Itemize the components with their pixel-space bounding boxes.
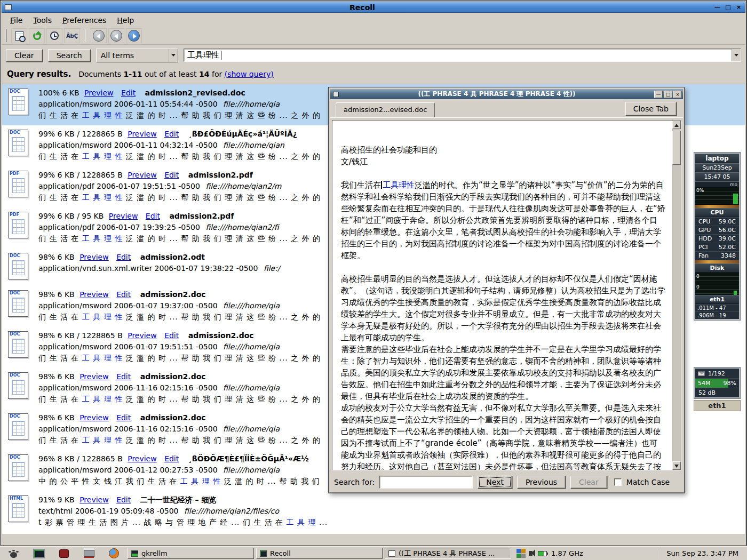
close-icon[interactable]: ×: [673, 91, 682, 98]
preview-link[interactable]: Preview: [80, 290, 109, 299]
menu-item[interactable]: Help: [113, 15, 138, 26]
edit-link[interactable]: Edit: [116, 372, 131, 381]
minimize-icon[interactable]: —: [713, 3, 722, 11]
search-for-label: Search for:: [334, 478, 375, 486]
clear-button[interactable]: Clear: [6, 49, 43, 62]
sensor-row: GPU56.0C: [695, 226, 739, 234]
window-icon: [333, 92, 339, 97]
speaker-icon[interactable]: [529, 551, 533, 556]
launcher-icon[interactable]: [2, 548, 25, 559]
taskbar-separator: [658, 548, 659, 559]
preview-link[interactable]: Preview: [128, 130, 157, 138]
preview-link[interactable]: Preview: [128, 331, 157, 340]
result-details: application/msword 2006-11-16 02:15:16 -…: [38, 423, 321, 435]
window-icon: [260, 550, 267, 557]
recoll-titlebar[interactable]: Recoll — □ ×: [2, 2, 745, 13]
edit-link[interactable]: Edit: [116, 253, 131, 261]
nav-back-button[interactable]: [108, 28, 124, 43]
launcher-icon[interactable]: [27, 548, 50, 559]
history-button[interactable]: [46, 28, 62, 43]
update-index-button[interactable]: [29, 28, 45, 43]
maximize-icon[interactable]: □: [664, 91, 672, 98]
show-query-link[interactable]: (show query): [225, 70, 274, 78]
gkrellm-window[interactable]: laptop Sun23Sep 15:47 05 mo 0% CPU CPU59…: [694, 152, 741, 321]
edit-link[interactable]: Edit: [116, 495, 131, 504]
query-combobox[interactable]: [184, 49, 741, 62]
find-next-button[interactable]: Next: [478, 476, 512, 489]
preview-link[interactable]: Preview: [84, 89, 114, 97]
scrollbar-thumb[interactable]: [672, 131, 681, 165]
taskbar-window-button[interactable]: Recoll: [256, 548, 383, 559]
preview-search-input[interactable]: [379, 476, 473, 489]
tab-admission2[interactable]: admission2...evised.doc: [336, 102, 435, 117]
result-relevance-size: 98% 6 KB: [38, 413, 75, 422]
preview-link[interactable]: Preview: [80, 495, 109, 504]
disk-title: Disk: [695, 263, 739, 273]
close-tab-button[interactable]: Close Tab: [625, 102, 677, 116]
preview-link[interactable]: Preview: [80, 372, 109, 381]
menu-item[interactable]: Preferences: [58, 15, 110, 26]
minimize-icon[interactable]: —: [654, 91, 663, 98]
result-details: application/msword 2006-01-11 05:54:44 -…: [38, 99, 321, 110]
chevron-down-icon[interactable]: [169, 49, 178, 62]
preview-link[interactable]: Preview: [128, 454, 157, 463]
match-case-checkbox[interactable]: [614, 478, 622, 486]
maximize-icon[interactable]: □: [724, 3, 733, 11]
preview-paragraph: 高校招生最明显的目的当然是选拔人才。但这选拔人才的目标却不仅仅是人们假定“因材施…: [341, 273, 665, 343]
taskbar: gkrellm Recoll ((工 PHRASE 4 具 PHRASE ...…: [0, 546, 747, 560]
preview-content[interactable]: 高校招生的社会功能和目的 文/钱江 我们生活在工具理性泛滥的时代。作为“世之显学…: [332, 120, 681, 470]
result-row[interactable]: HTML 91% 9 KB Preview Edit 二十一世纪经济 – 细览 …: [2, 491, 745, 532]
term-explorer-button[interactable]: ÂbÇ: [64, 28, 80, 43]
menu-item[interactable]: Tools: [29, 15, 56, 26]
edit-link[interactable]: Edit: [164, 171, 179, 179]
taskbar-clock: Sun Sep 23, 3:47 PM: [663, 549, 745, 557]
file-emblem-icon: [12, 96, 25, 111]
file-emblem-icon: [12, 137, 25, 152]
sensors-title: CPU: [695, 208, 739, 217]
edit-link[interactable]: Edit: [164, 454, 179, 463]
toolbar-handle[interactable]: [5, 29, 7, 42]
taskbar-window-button[interactable]: gkrellm: [128, 548, 254, 559]
preview-search-bar: Search for: Next Previous Clear Match Ca…: [332, 474, 681, 490]
preview-link[interactable]: Preview: [80, 253, 109, 261]
battery-icon[interactable]: [538, 551, 547, 556]
nav-first-button[interactable]: [91, 28, 107, 43]
nav-forward-button[interactable]: [126, 28, 142, 43]
net-rx-value: .011M - 47: [695, 304, 739, 311]
close-icon[interactable]: ×: [734, 3, 743, 11]
scrollbar[interactable]: [672, 121, 681, 470]
preview-link[interactable]: Preview: [80, 413, 109, 422]
search-mode-select[interactable]: All terms: [96, 49, 178, 62]
find-clear-button[interactable]: Clear: [570, 476, 607, 489]
scroll-down-icon[interactable]: [672, 461, 681, 470]
edit-link[interactable]: Edit: [146, 212, 160, 220]
edit-link[interactable]: Edit: [116, 413, 131, 422]
cpu-chart: 0%: [695, 187, 739, 204]
edit-link[interactable]: Edit: [164, 331, 179, 340]
preview-paragraph: 成功的校友对于公立大学当然有益无害，但不像对私立大学那么至关重要。但是选入未来社…: [341, 402, 665, 470]
gkrellm-hostname: laptop: [695, 154, 739, 163]
gkrellm-lower-panel[interactable]: 1/192 54M 98% 52 dB: [694, 367, 741, 399]
search-input[interactable]: [187, 51, 732, 60]
taskbar-window-button[interactable]: ((工 PHRASE 4 具 PHRASE ...: [385, 548, 511, 559]
launcher-icon[interactable]: [77, 548, 100, 559]
find-previous-button[interactable]: Previous: [517, 476, 566, 489]
edit-link[interactable]: Edit: [121, 89, 136, 97]
scroll-up-icon[interactable]: [672, 121, 681, 129]
launcher-icon[interactable]: [102, 548, 125, 559]
result-details: application/msword 2006-01-07 19:37:00 -…: [38, 300, 321, 311]
menu-item[interactable]: File: [6, 15, 27, 26]
disk-chart: 0 0: [695, 273, 739, 295]
edit-link[interactable]: Edit: [164, 130, 179, 138]
preview-link[interactable]: Preview: [128, 171, 157, 179]
tray-icons[interactable]: [516, 549, 526, 558]
edit-link[interactable]: Edit: [116, 290, 131, 299]
document-history-button[interactable]: [11, 28, 27, 43]
preview-titlebar[interactable]: ((工 PHRASE 4 具 PHRASE 4 理 PHRASE 4 性)) —…: [330, 89, 683, 99]
preview-link[interactable]: Preview: [109, 212, 138, 220]
result-snippet: 们 生 活 在 工 具 理 性 泛 滥 的 时 ... 帮 助 我 们 理 清 …: [38, 435, 321, 446]
chevron-down-icon[interactable]: [732, 49, 741, 61]
search-button[interactable]: Search: [48, 49, 91, 62]
launcher-icon[interactable]: [52, 548, 75, 559]
file-emblem-icon: [12, 178, 25, 193]
